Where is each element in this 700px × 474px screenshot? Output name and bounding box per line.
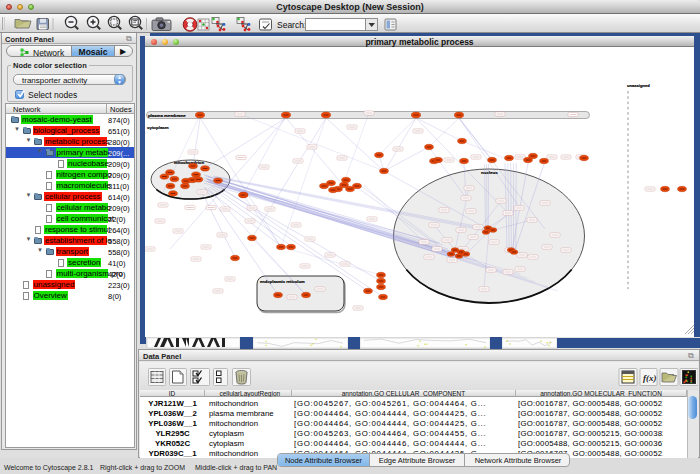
svg-text:f(x): f(x) [643,373,657,383]
svg-text:unassigned: unassigned [627,83,650,88]
svg-text:Search:: Search: [277,20,306,30]
svg-text:nucleus: nucleus [481,170,498,175]
svg-text:endoplasmic reticulum: endoplasmic reticulum [260,279,305,284]
svg-text:cytoplasm: cytoplasm [147,125,169,130]
svg-text:plasma membrane: plasma membrane [148,113,186,118]
